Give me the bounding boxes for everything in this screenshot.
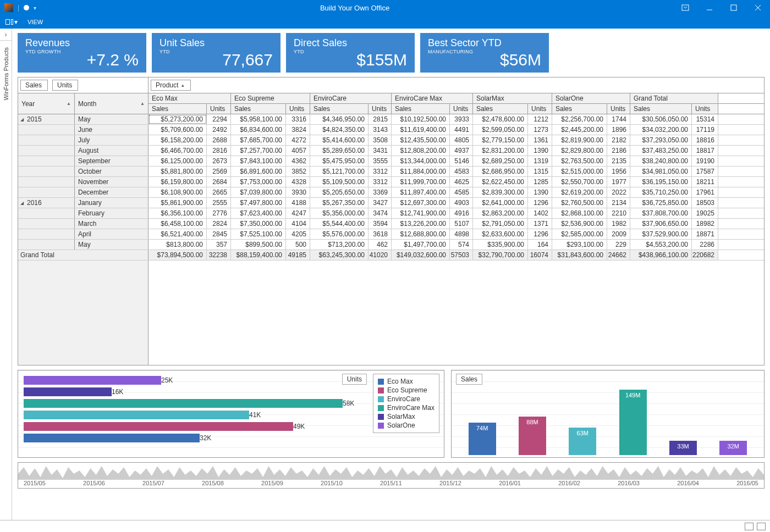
- grand-total-cell-sales[interactable]: $63,245,300.00: [310, 250, 369, 260]
- month-cell[interactable]: August: [75, 146, 148, 156]
- data-cell-sales[interactable]: $2,478,600.00: [473, 114, 528, 124]
- data-cell-units[interactable]: 229: [607, 240, 630, 250]
- data-cell-sales[interactable]: $2,599,050.00: [473, 125, 528, 135]
- data-cell-sales[interactable]: $6,125,000.00: [148, 156, 207, 166]
- data-cell-sales[interactable]: $813,800.00: [148, 240, 207, 250]
- col-subheader-units[interactable]: Units: [286, 104, 310, 114]
- view-mode-button-2[interactable]: [757, 523, 766, 530]
- month-cell[interactable]: March: [75, 219, 148, 229]
- data-cell-sales[interactable]: $5,958,100.00: [231, 114, 286, 124]
- data-cell-units[interactable]: 4585: [450, 187, 473, 197]
- legend-item[interactable]: Eco Supreme: [378, 386, 435, 394]
- data-cell-units[interactable]: 5107: [450, 219, 473, 229]
- col-subheader-units[interactable]: Units: [207, 104, 231, 114]
- data-cell-sales[interactable]: $37,529,900.00: [630, 229, 692, 239]
- data-cell-units[interactable]: 18211: [692, 177, 718, 187]
- month-cell[interactable]: May: [75, 240, 148, 250]
- data-cell-units[interactable]: 574: [450, 240, 473, 250]
- bar-segment[interactable]: [24, 376, 161, 385]
- data-cell-sales[interactable]: $293,100.00: [552, 240, 607, 250]
- year-cell[interactable]: [18, 167, 75, 176]
- month-cell[interactable]: November: [75, 177, 148, 187]
- bar-segment[interactable]: 149M: [619, 390, 647, 455]
- data-cell-sales[interactable]: $38,240,800.00: [630, 156, 692, 166]
- data-cell-sales[interactable]: $37,906,650.00: [630, 219, 692, 229]
- data-cell-sales[interactable]: $2,445,200.00: [552, 125, 607, 135]
- view-mode-button-1[interactable]: [745, 523, 754, 530]
- bar-segment[interactable]: [24, 399, 343, 408]
- data-cell-units[interactable]: 3312: [369, 177, 392, 187]
- data-cell-units[interactable]: 2845: [207, 229, 231, 239]
- data-cell-sales[interactable]: $2,839,300.00: [473, 187, 528, 197]
- year-cell[interactable]: [18, 240, 75, 250]
- data-cell-units[interactable]: 2555: [207, 198, 231, 208]
- data-cell-units[interactable]: 3824: [286, 125, 310, 135]
- data-cell-sales[interactable]: $2,536,900.00: [552, 219, 607, 229]
- month-cell[interactable]: September: [75, 156, 148, 166]
- data-cell-sales[interactable]: $7,753,000.00: [231, 177, 286, 187]
- data-cell-sales[interactable]: $2,619,200.00: [552, 187, 607, 197]
- data-cell-units[interactable]: 4247: [286, 208, 310, 218]
- data-field-area[interactable]: Sales Units: [18, 77, 148, 93]
- data-cell-units[interactable]: 1212: [528, 114, 552, 124]
- year-cell[interactable]: [18, 125, 75, 135]
- col-subheader-units[interactable]: Units: [369, 104, 392, 114]
- col-header-product[interactable]: EnviroCare Max: [392, 93, 473, 103]
- data-cell-sales[interactable]: $37,808,700.00: [630, 208, 692, 218]
- data-cell-sales[interactable]: $7,257,700.00: [231, 146, 286, 156]
- col-subheader-units[interactable]: Units: [692, 104, 718, 114]
- col-header-product[interactable]: SolarOne: [552, 93, 630, 103]
- qat-customize-icon[interactable]: ▾: [34, 5, 36, 11]
- data-cell-sales[interactable]: $10,192,500.00: [392, 114, 450, 124]
- data-cell-units[interactable]: 19025: [692, 208, 718, 218]
- field-chip-sales[interactable]: Sales: [20, 80, 48, 91]
- grand-total-cell-sales[interactable]: $149,032,600.00: [392, 250, 450, 260]
- data-cell-sales[interactable]: $1,497,700.00: [392, 240, 450, 250]
- data-cell-units[interactable]: 1402: [528, 208, 552, 218]
- col-subheader-sales[interactable]: Sales: [630, 104, 692, 114]
- grand-total-cell-sales[interactable]: $438,966,100.00: [630, 250, 692, 260]
- data-cell-units[interactable]: 2182: [607, 135, 630, 145]
- bar-segment[interactable]: 63M: [569, 428, 596, 455]
- data-cell-units[interactable]: 2815: [369, 114, 392, 124]
- data-cell-units[interactable]: 2186: [607, 146, 630, 156]
- data-cell-sales[interactable]: $5,881,800.00: [148, 167, 207, 176]
- data-cell-sales[interactable]: $12,808,200.00: [392, 146, 450, 156]
- data-cell-units[interactable]: 2135: [607, 156, 630, 166]
- year-cell[interactable]: ◢2016: [18, 198, 75, 208]
- data-cell-units[interactable]: 3143: [369, 125, 392, 135]
- data-cell-units[interactable]: 17961: [692, 187, 718, 197]
- grand-total-cell-units[interactable]: 41020: [369, 250, 392, 260]
- collapse-icon[interactable]: ◢: [20, 201, 24, 206]
- month-cell[interactable]: May: [75, 114, 148, 124]
- data-cell-units[interactable]: 17587: [692, 167, 718, 176]
- year-cell[interactable]: ◢2015: [18, 114, 75, 124]
- grand-total-cell-units[interactable]: 16074: [528, 250, 552, 260]
- data-cell-sales[interactable]: $6,108,900.00: [148, 187, 207, 197]
- data-cell-sales[interactable]: $2,819,900.00: [552, 135, 607, 145]
- data-cell-units[interactable]: 5146: [450, 156, 473, 166]
- data-cell-sales[interactable]: $5,121,700.00: [310, 167, 369, 176]
- data-cell-sales[interactable]: $6,891,600.00: [231, 167, 286, 176]
- year-cell[interactable]: [18, 219, 75, 229]
- data-cell-units[interactable]: 2009: [607, 229, 630, 239]
- legend-item[interactable]: SolarMax: [378, 413, 435, 420]
- data-cell-sales[interactable]: $5,576,000.00: [310, 229, 369, 239]
- data-cell-units[interactable]: 3316: [286, 114, 310, 124]
- data-cell-units[interactable]: 2776: [207, 208, 231, 218]
- data-cell-sales[interactable]: $2,641,000.00: [473, 198, 528, 208]
- data-cell-units[interactable]: 4272: [286, 135, 310, 145]
- data-cell-sales[interactable]: $2,829,800.00: [552, 146, 607, 156]
- data-cell-units[interactable]: 1361: [528, 135, 552, 145]
- qat-button[interactable]: [24, 5, 29, 10]
- layout-switcher-icon[interactable]: ▾: [6, 18, 18, 26]
- data-cell-sales[interactable]: $5,267,350.00: [310, 198, 369, 208]
- data-cell-sales[interactable]: $5,709,600.00: [148, 125, 207, 135]
- data-cell-units[interactable]: 2816: [207, 146, 231, 156]
- data-cell-sales[interactable]: $2,760,500.00: [552, 198, 607, 208]
- data-cell-units[interactable]: 18871: [692, 229, 718, 239]
- row-field-year[interactable]: Year▲: [18, 93, 75, 114]
- data-cell-sales[interactable]: $7,497,800.00: [231, 198, 286, 208]
- data-cell-sales[interactable]: $5,414,600.00: [310, 135, 369, 145]
- data-cell-units[interactable]: 18982: [692, 219, 718, 229]
